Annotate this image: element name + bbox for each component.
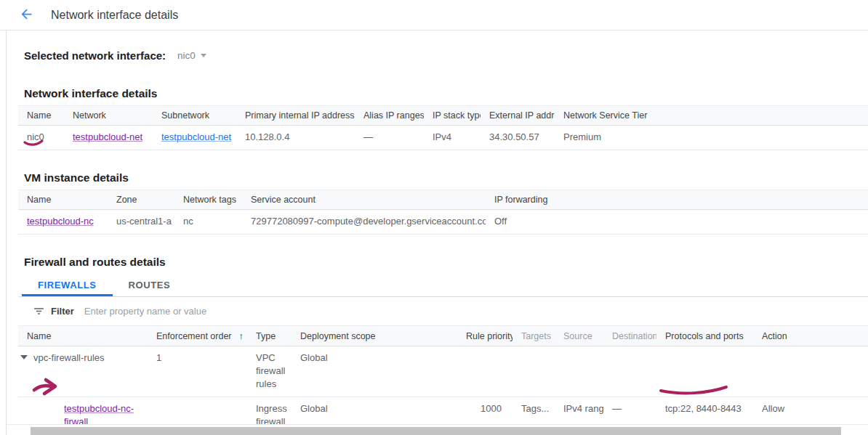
network-link[interactable]: testpubcloud-net [73,131,142,142]
nic-section-title: Network interface details [24,87,868,100]
fw-col-name: Name [18,326,148,346]
nic-col-primary-ip: Primary internal IP address [236,106,355,126]
vm-col-name: Name [18,190,108,210]
external-ip: 34.30.50.57 [481,126,555,150]
nic-col-tier: Network Service Tier [555,106,868,126]
nic-col-subnetwork: Subnetwork [153,106,236,126]
horizontal-scrollbar[interactable] [7,424,868,435]
chevron-down-icon [201,54,206,57]
fw-col-action: Action [753,326,868,346]
firewall-table-header-row: Name Enforcement order↑ Type Deployment … [18,326,868,346]
filter-icon[interactable] [33,305,46,318]
nic-col-network: Network [64,106,153,126]
arrow-back-icon [19,7,34,24]
tab-routes[interactable]: ROUTES [113,275,187,296]
firewall-routes-tabs: FIREWALLS ROUTES [18,275,868,297]
subnetwork-link[interactable]: testpubcloud-net [161,131,231,142]
vm-zone: us-central1-a [108,210,174,235]
nic-table-row: nic0 testpubcloud-net testpubcloud-net 1… [18,126,868,150]
vm-service-account: 729772080997-compute@developer.gservicea… [242,210,486,235]
tab-firewalls[interactable]: FIREWALLS [22,275,113,296]
vm-table-row: testpubcloud-nc us-central1-a nc 7297720… [18,210,868,235]
vm-instance-link[interactable]: testpubcloud-nc [27,216,94,227]
fw-group-enforcement: 1 [148,346,247,397]
nic-name: nic0 [18,126,64,150]
fw-col-protocols: Protocols and ports [656,326,753,346]
nic-col-stack: IP stack type [424,106,481,126]
vm-section-title: VM instance details [24,171,868,184]
vm-col-ip-forwarding: IP forwarding [486,190,868,210]
vm-table: Name Zone Network tags Service account I… [18,190,868,235]
alias-ip-ranges: — [355,126,424,150]
selected-interface-row: Selected network interface: nic0 [24,49,868,62]
vm-col-tags: Network tags [174,190,242,210]
fw-col-rule-priority: Rule priority [457,326,513,346]
nic-col-external-ip: External IP address [481,106,555,126]
ip-stack-type: IPv4 [424,126,481,150]
fw-group-type: VPC firewall rules [247,346,292,397]
vm-network-tags: nc [174,210,242,235]
firewall-group-row: vpc-firewall-rules 1 VPC firewall rules … [18,346,868,397]
fw-col-targets: Targets [513,326,555,346]
selected-interface-label: Selected network interface: [24,49,166,62]
primary-internal-ip: 10.128.0.4 [236,126,355,150]
vm-ip-forwarding: Off [486,210,868,235]
fw-col-deployment-scope: Deployment scope [292,326,457,346]
back-button[interactable] [17,7,35,24]
vm-col-zone: Zone [108,190,174,210]
page: Network interface details Selected netwo… [0,0,868,435]
page-title: Network interface details [51,9,178,22]
filter-label: Filter [51,306,74,317]
nic-table-header-row: Name Network Subnetwork Primary internal… [18,106,868,126]
fw-col-destination: Destination [603,326,656,346]
horizontal-scrollbar-thumb[interactable] [31,427,841,435]
fw-col-source: Source [555,326,603,346]
interface-select-dropdown[interactable]: nic0 [177,50,206,61]
fw-col-type: Type [247,326,292,346]
fw-group-scope: Global [292,346,457,397]
interface-select-value: nic0 [177,50,196,61]
nic-col-alias: Alias IP ranges [355,106,424,126]
firewall-section-title: Firewall and routes details [24,256,868,269]
vm-table-header-row: Name Zone Network tags Service account I… [18,190,868,210]
fw-group-name: vpc-firewall-rules [33,352,105,363]
app-bar: Network interface details [0,0,868,31]
vm-col-service-account: Service account [242,190,486,210]
fw-col-enforcement-order[interactable]: Enforcement order↑ [148,326,247,346]
nic-table: Name Network Subnetwork Primary internal… [18,105,868,150]
content-panel: Selected network interface: nic0 Network… [6,31,868,435]
network-service-tier: Premium [555,126,868,150]
firewall-table: Name Enforcement order↑ Type Deployment … [18,325,868,435]
nic-col-name: Name [18,106,64,126]
filter-bar: Filter [18,297,868,325]
collapse-triangle-icon[interactable] [20,355,28,359]
sort-ascending-icon: ↑ [239,330,244,341]
filter-input[interactable] [84,306,868,317]
